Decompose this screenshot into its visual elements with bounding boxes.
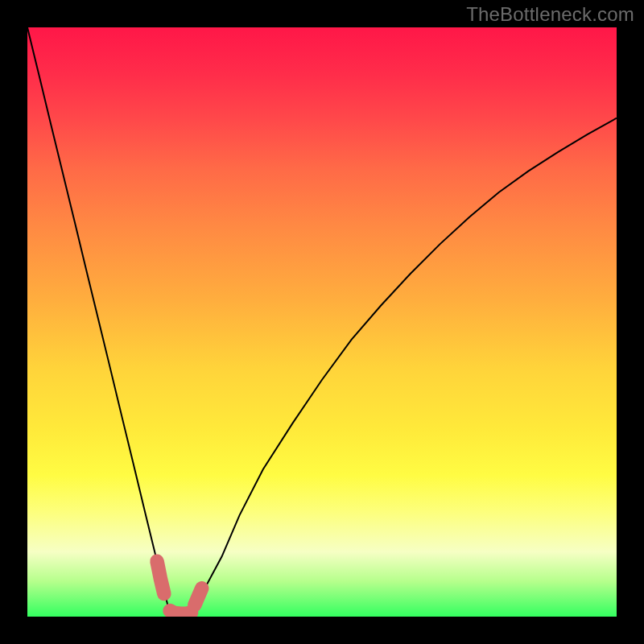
highlight-markers [157, 561, 202, 613]
plot-area [27, 27, 617, 617]
chart-frame: TheBottleneck.com [0, 0, 644, 644]
watermark-text: TheBottleneck.com [466, 3, 634, 26]
highlight-segment [157, 561, 164, 593]
highlight-segment [195, 588, 202, 605]
bottleneck-curve [27, 27, 617, 613]
curve-svg [27, 27, 617, 617]
highlight-segment [170, 611, 191, 614]
